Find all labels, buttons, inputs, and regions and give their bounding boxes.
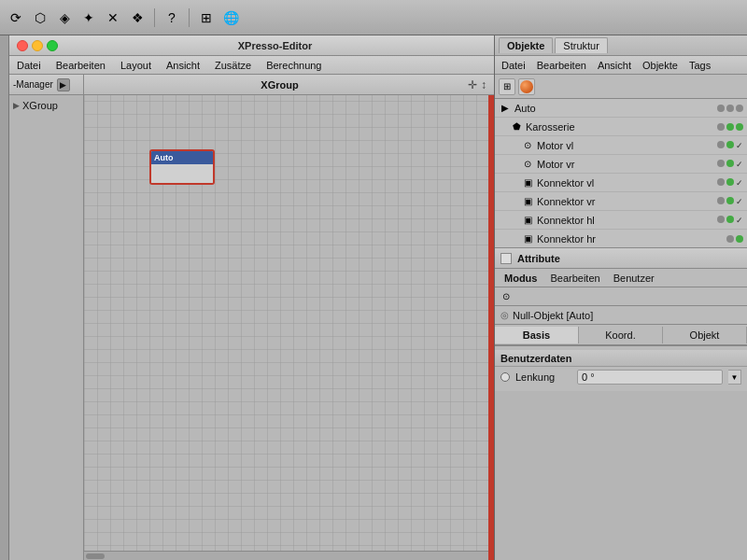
attr-prop-tabs: Basis Koord. Objekt [495,325,747,345]
obj-dot-mvl1 [717,141,725,148]
obj-dots-kvr: ✓ [717,197,743,206]
attribute-checkbox[interactable] [500,253,512,264]
obj-row-karosserie[interactable]: ⬟ Karosserie [495,118,747,136]
obj-tool-2[interactable] [518,78,535,95]
attribute-title: Attribute [517,253,560,264]
obj-dot-k2 [726,123,734,131]
obj-dots-mvl: ✓ [717,141,743,150]
xpresso-canvas[interactable]: XGroup ✛ ↕ Auto [84,75,494,560]
null-icon: ◎ [500,310,509,320]
canvas-expand-icon[interactable]: ↕ [481,78,486,91]
toolbar-icon-1[interactable]: ⟳ [6,7,26,28]
obj-menu-datei[interactable]: Datei [499,60,529,71]
tab-objekte[interactable]: Objekte [499,37,553,53]
toolbar-icon-globe[interactable]: 🌐 [220,7,241,28]
obj-dot-1 [717,105,725,112]
obj-dots-khl: ✓ [717,216,743,225]
obj-menu-ansicht[interactable]: Ansicht [595,60,634,71]
prop-tab-objekt[interactable]: Objekt [663,327,747,343]
obj-dot-mvl2 [726,141,734,148]
attribute-section: Attribute Modus Bearbeiten Benutzer ⊙ ◎ … [495,248,747,346]
attr-icon-1[interactable]: ⊙ [499,289,514,304]
canvas-scrollbar[interactable] [84,551,488,560]
obj-check-mvr: ✓ [736,160,743,169]
menu-berechnung[interactable]: Berechnung [262,60,325,71]
close-button[interactable] [17,40,28,51]
tab-struktur[interactable]: Struktur [555,37,608,53]
right-panel: Objekte Struktur Datei Bearbeiten Ansich… [495,35,747,560]
obj-check-khl: ✓ [736,216,743,225]
attr-tab-bearbeiten[interactable]: Bearbeiten [544,273,605,284]
obj-row-motor-vr[interactable]: ⊙ Motor vr ✓ [495,155,747,174]
obj-dot-khr1 [726,235,734,243]
node-tree: ▶ XGroup [9,95,83,116]
menu-zusaetze[interactable]: Zusätze [211,60,255,71]
obj-icon-konnektor-vl: ▣ [521,176,534,189]
toolbar-icon-6[interactable]: ❖ [127,7,148,28]
node-manager-header: -Manager ▶ [9,75,83,95]
lenkung-input[interactable]: 0 ° [577,370,723,385]
tree-item-xgroup[interactable]: ▶ XGroup [13,99,79,112]
toolbar-icon-3[interactable]: ◈ [54,7,75,28]
obj-icon-konnektor-hr: ▣ [521,232,534,245]
menu-bearbeiten[interactable]: Bearbeiten [52,60,109,71]
menu-datei[interactable]: Datei [13,60,45,71]
node-body [151,164,213,183]
benutzerdaten-title: Benutzerdaten [500,353,571,364]
prop-tab-koord[interactable]: Koord. [579,327,663,343]
obj-label-motor-vr: Motor vr [537,159,714,170]
obj-dot-k1 [717,123,725,131]
node-manager-label: -Manager [13,79,53,90]
lenkung-dropdown[interactable]: ▼ [728,370,741,385]
obj-row-konnektor-vr[interactable]: ▣ Konnektor vr ✓ [495,192,747,211]
lenkung-label: Lenkung [515,371,571,383]
obj-icon-motor-vl: ⊙ [521,139,534,152]
toolbar-icon-grid[interactable]: ⊞ [196,7,217,28]
obj-label-konnektor-vr: Konnektor vr [537,196,714,207]
scrollbar-thumb[interactable] [86,553,105,559]
obj-tool-1[interactable]: ⊞ [499,78,515,95]
canvas-title: XGroup [92,79,468,91]
obj-label-auto: Auto [514,103,714,114]
objekte-menubar: Datei Bearbeiten Ansicht Objekte Tags [495,56,747,75]
minimize-button[interactable] [32,40,43,51]
node-title: Auto [154,153,174,162]
attr-object-label: ◎ Null-Objekt [Auto] [495,306,747,325]
window-titlebar: XPresso-Editor [9,35,494,56]
obj-row-konnektor-vl[interactable]: ▣ Konnektor vl ✓ [495,174,747,192]
window-title: XPresso-Editor [63,40,486,51]
obj-row-auto[interactable]: ▶ Auto [495,99,747,118]
attr-tab-modus[interactable]: Modus [499,273,543,284]
obj-check-mvl: ✓ [736,141,743,150]
obj-row-motor-vl[interactable]: ⊙ Motor vl ✓ [495,136,747,155]
menu-ansicht[interactable]: Ansicht [162,60,204,71]
obj-row-konnektor-hl[interactable]: ▣ Konnektor hl ✓ [495,211,747,230]
obj-dots-kvl: ✓ [717,178,743,188]
menu-layout[interactable]: Layout [117,60,155,71]
attr-tab-benutzer[interactable]: Benutzer [608,273,660,284]
obj-check-kvr: ✓ [736,197,743,206]
canvas-header-icons: ✛ ↕ [468,78,486,91]
maximize-button[interactable] [47,40,58,51]
prop-tab-basis[interactable]: Basis [495,327,579,343]
toolbar-icon-help[interactable]: ? [162,7,182,28]
toolbar-icon-4[interactable]: ✦ [78,7,99,28]
toolbar-separator [154,8,155,27]
canvas-move-icon[interactable]: ✛ [468,78,477,91]
benutzerdaten-header: Benutzerdaten [495,350,747,367]
obj-menu-bearbeiten[interactable]: Bearbeiten [534,60,589,71]
obj-menu-objekte[interactable]: Objekte [640,60,681,71]
benutzerdaten-section: Benutzerdaten Lenkung 0 ° ▼ [495,346,747,391]
nav-button[interactable]: ▶ [57,78,70,91]
attribute-header: Attribute [495,248,747,269]
attr-object-name: Null-Objekt [Auto] [513,310,593,321]
toolbar-icon-5[interactable]: ✕ [103,7,123,28]
obj-row-konnektor-hr[interactable]: ▣ Konnektor hr [495,230,747,248]
lenkung-indicator [500,372,510,382]
toolbar-icon-2[interactable]: ⬡ [30,7,50,28]
obj-menu-tags[interactable]: Tags [686,60,713,71]
window-menubar: Datei Bearbeiten Layout Ansicht Zusätze … [9,56,494,75]
obj-dot-kvl2 [726,178,734,186]
obj-dots-auto [717,105,743,112]
xpresso-node-auto[interactable]: Auto [149,149,215,185]
